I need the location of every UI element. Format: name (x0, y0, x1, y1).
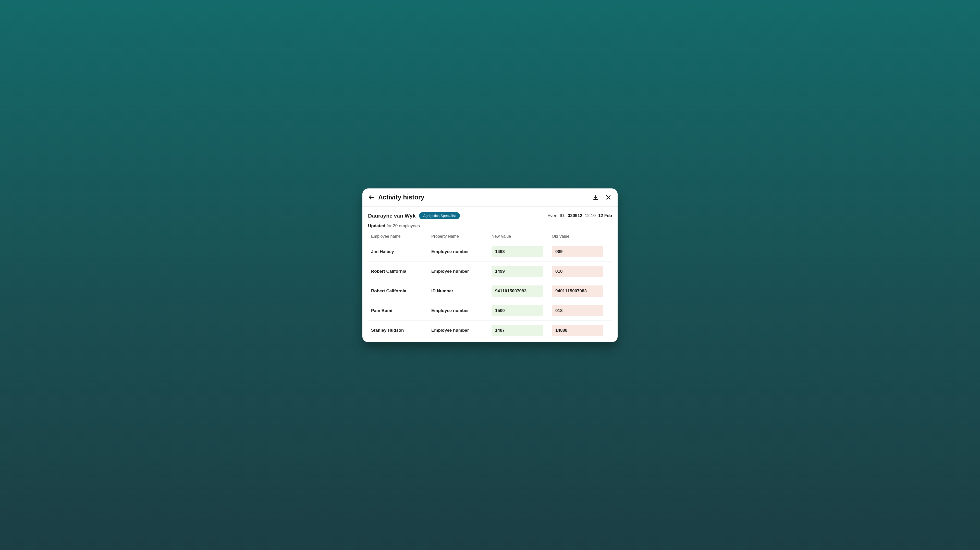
table-body: Jim HalbeyEmployee number1498009Robert C… (368, 242, 612, 340)
table-row: Pam BumiEmployee number1500018 (368, 301, 612, 320)
page-title: Activity history (378, 194, 592, 201)
cell-property: Employee number (431, 308, 488, 313)
new-value-pill: 1487 (492, 325, 543, 336)
cell-employee: Jim Halbey (371, 249, 428, 254)
update-suffix: for 20 employees (387, 223, 420, 228)
event-time: 12:10 (585, 213, 596, 218)
cell-old-value: 010 (552, 266, 609, 277)
cell-property: Employee number (431, 269, 488, 274)
cell-old-value: 14888 (552, 325, 609, 336)
changes-table: Employee name Property Name New Value Ol… (363, 232, 617, 342)
table-header: Employee name Property Name New Value Ol… (368, 232, 612, 242)
old-value-pill: 9401115007083 (552, 285, 603, 297)
col-new: New Value (492, 234, 549, 239)
cell-new-value: 1498 (492, 246, 549, 257)
cell-employee: Robert California (371, 289, 428, 293)
cell-old-value: 018 (552, 305, 609, 316)
cell-new-value: 1487 (492, 325, 549, 336)
update-action: Updated (368, 223, 385, 228)
event-meta: Event ID: 320912 12:10 12 Feb (547, 213, 612, 218)
table-row: Robert CaliforniaEmployee number1499010 (368, 261, 612, 281)
new-value-pill: 1499 (492, 266, 543, 277)
update-summary: Updated for 20 employees (363, 221, 617, 232)
cell-new-value: 9411015007083 (492, 285, 549, 297)
cell-property: ID Number (431, 289, 488, 293)
cell-property: Employee number (431, 249, 488, 254)
close-button[interactable] (605, 194, 612, 201)
new-value-pill: 1498 (492, 246, 543, 257)
actor-name: Daurayne van Wyk (368, 213, 415, 219)
cell-old-value: 9401115007083 (552, 285, 609, 297)
close-icon (605, 194, 611, 201)
old-value-pill: 010 (552, 266, 603, 277)
table-row: Stanley HudsonEmployee number148714888 (368, 320, 612, 340)
new-value-pill: 1500 (492, 305, 543, 316)
download-icon (593, 194, 599, 201)
card-header: Activity history (363, 188, 617, 207)
role-badge: Agrigistics Specialist (419, 212, 460, 219)
back-button[interactable] (367, 193, 375, 202)
event-id-value: 320912 (568, 213, 582, 218)
table-row: Jim HalbeyEmployee number1498009 (368, 242, 612, 261)
activity-history-card: Activity history Daurayne van Wyk Agrigi… (363, 188, 617, 342)
old-value-pill: 018 (552, 305, 603, 316)
event-id-label: Event ID: (547, 213, 565, 218)
cell-employee: Stanley Hudson (371, 328, 428, 333)
new-value-pill: 9411015007083 (492, 285, 543, 297)
col-property: Property Name (431, 234, 488, 239)
cell-employee: Robert California (371, 269, 428, 274)
cell-new-value: 1499 (492, 266, 549, 277)
meta-row: Daurayne van Wyk Agrigistics Specialist … (363, 207, 617, 221)
table-row: Robert CaliforniaID Number94110150070839… (368, 281, 612, 301)
cell-new-value: 1500 (492, 305, 549, 316)
event-date: 12 Feb (598, 213, 612, 218)
header-actions (592, 194, 612, 201)
col-old: Old Value (552, 234, 609, 239)
cell-employee: Pam Bumi (371, 308, 428, 313)
cell-property: Employee number (431, 328, 488, 333)
old-value-pill: 14888 (552, 325, 603, 336)
cell-old-value: 009 (552, 246, 609, 257)
arrow-left-icon (368, 194, 375, 201)
download-button[interactable] (592, 194, 599, 201)
old-value-pill: 009 (552, 246, 603, 257)
col-employee: Employee name (371, 234, 428, 239)
